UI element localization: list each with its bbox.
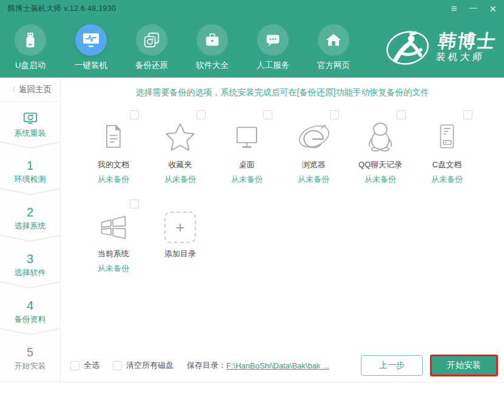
back-chevron-icon: 〈 (8, 84, 16, 95)
step-label: 环境检测 (15, 174, 46, 185)
back-to-home[interactable]: 〈 返回主页 (0, 78, 60, 102)
step-label: 选择系统 (15, 221, 46, 232)
brand-name-line1: 韩博士 (437, 32, 497, 51)
chevron-divider (0, 235, 61, 242)
step-number: 2 (27, 205, 33, 219)
nav-item-software-library[interactable]: 软件大全 (182, 17, 243, 71)
sidebar: 〈 返回主页 系统重装 1 (0, 78, 61, 382)
item-status: 从未备份 (414, 174, 480, 185)
nav-item-usb-boot[interactable]: U盘启动 (0, 17, 61, 71)
step-label: 选择软件 (15, 267, 46, 278)
qq-penguin-icon (347, 116, 414, 154)
plus-glyph: + (175, 218, 184, 237)
brand-name: 韩博士 装机大师 (435, 32, 497, 64)
window-body: 〈 返回主页 系统重装 1 (0, 78, 504, 382)
checkbox-box[interactable] (113, 361, 122, 370)
step-label: 系统重装 (15, 128, 46, 139)
item-checkbox[interactable] (130, 199, 139, 208)
item-checkbox[interactable] (397, 110, 406, 119)
star-icon (147, 116, 213, 154)
backup-item-c-drive-documents[interactable]: C盘文档 从未备份 (414, 110, 480, 185)
backup-item-my-documents[interactable]: 我的文档 从未备份 (80, 110, 147, 185)
item-checkbox[interactable] (197, 110, 206, 119)
step-label: 备份资料 (15, 314, 46, 325)
backup-item-current-system[interactable]: 当前系统 从未备份 (80, 199, 147, 274)
app-window: 韩博士装机大师 v.12.6.48.1930 ≡ — ✕ (0, 0, 504, 382)
nav-item-backup-restore[interactable]: 备份还原 (121, 17, 182, 71)
step-number: 3 (27, 252, 33, 265)
step-label: 开始安装 (15, 361, 46, 372)
start-install-button[interactable]: 开始安装 (430, 355, 498, 376)
clear-all-disks-checkbox[interactable]: 清空所有磁盘 (113, 360, 173, 371)
item-label: 添加目录 (147, 248, 213, 259)
backup-item-desktop[interactable]: 桌面 从未备份 (213, 110, 280, 185)
sidebar-step-system-reinstall[interactable]: 系统重装 (0, 102, 60, 148)
nav-item-official-website[interactable]: 官方网页 (303, 17, 364, 71)
document-icon (80, 116, 147, 154)
footer-bar: 全选 清空所有磁盘 保存目录： F:\HanBoShi\Data\Bak\bak… (61, 353, 504, 382)
nav-label: 备份还原 (135, 60, 168, 71)
item-checkbox[interactable] (263, 110, 272, 119)
item-checkbox[interactable] (463, 110, 472, 119)
chevron-divider (0, 141, 61, 148)
nav-label: 软件大全 (196, 60, 229, 71)
window-controls: ≡ — ✕ (451, 4, 497, 14)
item-label: 当前系统 (80, 248, 147, 259)
item-label: 桌面 (213, 159, 280, 170)
add-directory-button[interactable]: + 添加目录 (147, 199, 213, 274)
item-label: C盘文档 (414, 159, 480, 170)
sidebar-step-2-choose-system[interactable]: 2 选择系统 (0, 195, 60, 242)
brand-emblem-icon (384, 25, 434, 69)
monitor-pulse-icon (75, 24, 107, 56)
brand-name-line2: 装机大师 (435, 50, 495, 63)
step-number: 5 (27, 345, 33, 359)
backup-options-grid: 我的文档 从未备份 收藏夹 从未备份 (80, 110, 504, 274)
software-briefcase-icon (197, 24, 228, 56)
close-icon[interactable]: ✕ (489, 4, 497, 13)
nav-label: 官方网页 (317, 60, 350, 71)
header: U盘启动 一键装机 (0, 17, 504, 78)
sidebar-step-4-backup-data[interactable]: 4 备份资料 (0, 288, 60, 335)
system-reinstall-icon (22, 112, 38, 126)
item-status: 从未备份 (80, 263, 147, 274)
minimize-icon[interactable]: — (469, 4, 477, 12)
nav-label: 人工服务 (257, 60, 289, 71)
backup-item-browser[interactable]: 浏览器 从未备份 (280, 110, 347, 185)
previous-step-button[interactable]: 上一步 (361, 355, 423, 376)
select-all-label: 全选 (84, 360, 99, 371)
menu-icon[interactable]: ≡ (451, 4, 457, 14)
item-label: QQ聊天记录 (347, 159, 414, 170)
backup-item-favorites[interactable]: 收藏夹 从未备份 (147, 110, 213, 185)
item-status: 从未备份 (213, 174, 280, 185)
backup-instruction: 选择需要备份的选项，系统安装完成后可在[备份还原]功能手动恢复备份的文件 (61, 87, 504, 98)
nav-item-one-key-install[interactable]: 一键装机 (61, 17, 121, 71)
sidebar-step-3-choose-software[interactable]: 3 选择软件 (0, 242, 60, 288)
brand-logo: 韩博士 装机大师 (384, 25, 496, 69)
chevron-divider (0, 281, 61, 288)
sidebar-step-5-start-install[interactable]: 5 开始安装 (0, 335, 60, 382)
item-label: 浏览器 (280, 159, 347, 170)
select-all-checkbox[interactable]: 全选 (70, 360, 99, 371)
item-checkbox[interactable] (130, 110, 139, 119)
nav-item-support[interactable]: 人工服务 (243, 17, 303, 71)
title-bar: 韩博士装机大师 v.12.6.48.1930 ≡ — ✕ (0, 0, 504, 17)
step-number: 1 (27, 159, 33, 172)
sidebar-step-1-environment-check[interactable]: 1 环境检测 (0, 148, 60, 195)
window-title: 韩博士装机大师 v.12.6.48.1930 (7, 4, 116, 14)
save-directory-label: 保存目录： (187, 360, 226, 371)
item-checkbox[interactable] (330, 110, 339, 119)
nav-label: 一键装机 (75, 60, 107, 71)
chevron-divider (0, 328, 61, 335)
main-content: 选择需要备份的选项，系统安装完成后可在[备份还原]功能手动恢复备份的文件 (61, 78, 504, 382)
item-label: 我的文档 (80, 159, 147, 170)
clear-disks-label: 清空所有磁盘 (126, 360, 173, 371)
step-number: 4 (27, 299, 33, 312)
save-directory-link[interactable]: F:\HanBoShi\Data\Bak\bak ... (226, 361, 329, 370)
nav-label: U盘启动 (15, 60, 45, 71)
back-label: 返回主页 (19, 84, 52, 95)
item-status: 从未备份 (147, 174, 213, 185)
checkbox-box[interactable] (70, 361, 79, 370)
desktop-icon (213, 116, 280, 154)
backup-item-qq-chat-history[interactable]: QQ聊天记录 从未备份 (347, 110, 414, 185)
main-nav: U盘启动 一键装机 (0, 17, 364, 71)
